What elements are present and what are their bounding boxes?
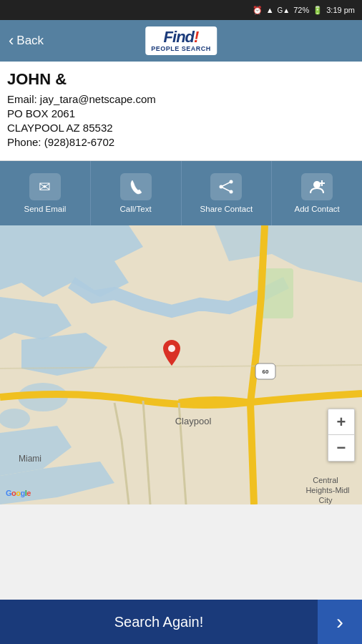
share-contact-label: Share Contact [200,205,253,213]
zoom-in-button[interactable]: + [328,409,354,435]
phone-value: (928)812-6702 [44,136,114,148]
contact-info-section: JOHN & Email: jay_tara@netscape.com PO B… [0,62,362,161]
contact-name: JOHN & [7,70,355,89]
call-text-icon [120,173,152,200]
svg-rect-7 [321,180,323,186]
call-text-button[interactable]: Call/Text [91,161,182,225]
svg-point-5 [313,181,321,188]
signal-icon: G▲ [278,6,290,14]
contact-email: Email: jay_tara@netscape.com [7,93,355,105]
logo-find-text: Find! [164,29,199,46]
bottom-bar: Search Again! › [0,600,362,644]
status-bar: ⏰ ▲ G▲ 72% 🔋 3:19 pm [0,0,362,20]
add-contact-label: Add Contact [294,205,339,213]
contact-address1: PO BOX 2061 [7,107,355,119]
map-container[interactable]: 60 Claypool Miami Central Heights-Midl C… [0,225,362,504]
phone-label: Phone: [7,136,41,148]
contact-address2: CLAYPOOL AZ 85532 [7,122,355,134]
add-contact-button[interactable]: Add Contact [272,161,362,225]
email-value: jay_tara@netscape.com [40,93,156,105]
battery-icon: 🔋 [313,6,323,15]
search-again-label: Search Again! [114,614,204,630]
add-contact-icon [301,173,333,200]
svg-point-10 [0,409,30,429]
svg-point-19 [168,345,175,352]
call-text-label: Call/Text [120,205,152,213]
search-again-button[interactable]: Search Again! [0,600,318,644]
contact-phone: Phone: (928)812-6702 [7,136,355,148]
time-label: 3:19 pm [326,6,355,14]
share-contact-button[interactable]: Share Contact [182,161,273,225]
back-chevron-icon: ‹ [9,33,14,49]
zoom-out-button[interactable]: − [328,435,354,461]
email-label: Email: [7,93,37,105]
alarm-icon: ⏰ [253,6,263,15]
svg-text:Central: Central [313,476,338,484]
map-svg: 60 Claypool Miami Central Heights-Midl C… [0,225,362,504]
svg-text:Miami: Miami [19,454,41,464]
send-email-label: Send Email [24,205,66,213]
app-logo: Find! People Search [145,26,217,55]
share-contact-icon [210,173,242,200]
action-bar: ✉ Send Email Call/Text Share Contact [0,161,362,225]
battery-label: 72% [293,6,309,14]
arrow-button[interactable]: › [318,600,362,644]
wifi-icon: ▲ [266,6,274,14]
arrow-right-icon: › [336,610,343,634]
google-logo: Google [6,489,31,497]
svg-text:City: City [319,496,333,504]
back-label: Back [16,34,44,48]
send-email-button[interactable]: ✉ Send Email [0,161,91,225]
svg-text:Heights-Midl: Heights-Midl [305,486,349,494]
svg-text:Claypool: Claypool [175,416,212,426]
logo-exclamation: ! [194,28,198,46]
send-email-icon: ✉ [29,173,61,200]
status-icons: ⏰ ▲ G▲ 72% 🔋 3:19 pm [253,6,355,15]
nav-bar: ‹ Back Find! People Search [0,20,362,62]
svg-line-3 [221,182,231,187]
map-pin [163,340,180,366]
back-button[interactable]: ‹ Back [9,33,44,49]
map-controls: + − [328,409,355,462]
logo-sub-text: People Search [151,46,211,53]
svg-text:60: 60 [263,369,269,375]
svg-line-4 [221,187,231,192]
